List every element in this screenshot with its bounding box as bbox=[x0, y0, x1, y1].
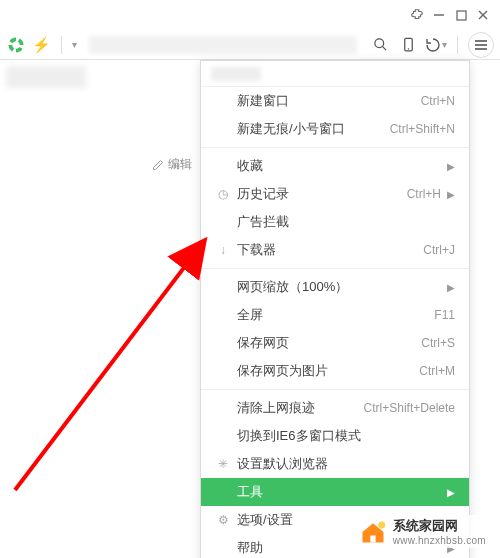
menu-item-shortcut: Ctrl+S bbox=[421, 336, 455, 350]
search-button[interactable] bbox=[369, 34, 391, 56]
menu-item-label: 切换到IE6多窗口模式 bbox=[237, 427, 455, 445]
mobile-view-button[interactable] bbox=[397, 34, 419, 56]
edit-link[interactable]: 编辑 bbox=[152, 156, 192, 173]
menu-item-label: 下载器 bbox=[237, 241, 423, 259]
menu-item-icon: ↓ bbox=[215, 243, 231, 257]
menu-item-icon: ◷ bbox=[215, 187, 231, 201]
menu-item-shortcut: Ctrl+Shift+Delete bbox=[364, 401, 455, 415]
watermark-name: 系统家园网 bbox=[393, 517, 486, 535]
menu-item-label: 清除上网痕迹 bbox=[237, 399, 364, 417]
extensions-button[interactable] bbox=[406, 4, 428, 26]
menu-item[interactable]: •广告拦截 bbox=[201, 208, 469, 236]
svg-point-4 bbox=[374, 39, 383, 48]
edit-label: 编辑 bbox=[168, 156, 192, 173]
toolbar-divider-2 bbox=[457, 36, 458, 54]
menu-item-label: 保存网页为图片 bbox=[237, 362, 419, 380]
menu-separator bbox=[201, 389, 469, 390]
menu-item[interactable]: •切换到IE6多窗口模式 bbox=[201, 422, 469, 450]
svg-point-13 bbox=[378, 521, 385, 528]
undo-button[interactable]: ▾ bbox=[425, 34, 447, 56]
browser-logo-icon bbox=[6, 35, 26, 55]
menu-item-shortcut: Ctrl+N bbox=[421, 94, 455, 108]
menu-item-shortcut: F11 bbox=[434, 308, 455, 322]
menu-item[interactable]: •收藏▶ bbox=[201, 152, 469, 180]
menu-separator bbox=[201, 147, 469, 148]
history-dropdown[interactable]: ▾ bbox=[72, 39, 77, 50]
main-menu-button[interactable] bbox=[468, 32, 494, 58]
close-button[interactable] bbox=[472, 4, 494, 26]
menu-item-shortcut: Ctrl+H bbox=[407, 187, 441, 201]
maximize-button[interactable] bbox=[450, 4, 472, 26]
watermark-icon bbox=[359, 518, 387, 546]
address-bar[interactable] bbox=[89, 36, 357, 54]
menu-item[interactable]: •清除上网痕迹Ctrl+Shift+Delete bbox=[201, 394, 469, 422]
submenu-arrow-icon: ▶ bbox=[447, 282, 455, 293]
page-content: 编辑 •新建窗口Ctrl+N•新建无痕/小号窗口Ctrl+Shift+N•收藏▶… bbox=[0, 60, 500, 558]
menu-item-label: 工具 bbox=[237, 483, 441, 501]
svg-line-11 bbox=[15, 240, 205, 490]
menu-item-label: 收藏 bbox=[237, 157, 441, 175]
menu-item-label: 新建无痕/小号窗口 bbox=[237, 120, 390, 138]
annotation-arrow bbox=[10, 230, 215, 495]
menu-item[interactable]: •工具▶ bbox=[201, 478, 469, 506]
menu-separator bbox=[201, 268, 469, 269]
menu-item-label: 全屏 bbox=[237, 306, 434, 324]
menu-item-icon: ✳ bbox=[215, 457, 231, 471]
svg-line-5 bbox=[382, 46, 386, 50]
menu-item[interactable]: •网页缩放（100%）▶ bbox=[201, 273, 469, 301]
menu-item-label: 网页缩放（100%） bbox=[237, 278, 441, 296]
menu-item-shortcut: Ctrl+J bbox=[423, 243, 455, 257]
bolt-icon: ⚡ bbox=[32, 36, 51, 54]
menu-item-label: 历史记录 bbox=[237, 185, 407, 203]
window-titlebar bbox=[0, 0, 500, 30]
toolbar-divider bbox=[61, 36, 62, 54]
menu-item-label: 广告拦截 bbox=[237, 213, 455, 231]
menu-header-blur bbox=[211, 67, 261, 81]
menu-item[interactable]: •全屏F11 bbox=[201, 301, 469, 329]
menu-item[interactable]: ✳设置默认浏览器 bbox=[201, 450, 469, 478]
main-menu: •新建窗口Ctrl+N•新建无痕/小号窗口Ctrl+Shift+N•收藏▶◷历史… bbox=[200, 60, 470, 558]
menu-item[interactable]: •新建无痕/小号窗口Ctrl+Shift+N bbox=[201, 115, 469, 143]
menu-item-icon: ⚙ bbox=[215, 513, 231, 527]
menu-header bbox=[201, 61, 469, 87]
browser-toolbar: ⚡ ▾ ▾ bbox=[0, 30, 500, 60]
watermark: 系统家园网 www.hnzxhbsb.com bbox=[355, 515, 490, 548]
submenu-arrow-icon: ▶ bbox=[447, 189, 455, 200]
menu-item-shortcut: Ctrl+Shift+N bbox=[390, 122, 455, 136]
menu-item[interactable]: •保存网页Ctrl+S bbox=[201, 329, 469, 357]
menu-item[interactable]: ↓下载器Ctrl+J bbox=[201, 236, 469, 264]
menu-item-label: 设置默认浏览器 bbox=[237, 455, 455, 473]
watermark-url: www.hnzxhbsb.com bbox=[393, 535, 486, 546]
svg-rect-12 bbox=[370, 535, 375, 542]
minimize-button[interactable] bbox=[428, 4, 450, 26]
menu-item-label: 新建窗口 bbox=[237, 92, 421, 110]
menu-item-shortcut: Ctrl+M bbox=[419, 364, 455, 378]
menu-item[interactable]: ◷历史记录Ctrl+H▶ bbox=[201, 180, 469, 208]
menu-item-label: 保存网页 bbox=[237, 334, 421, 352]
menu-item[interactable]: •新建窗口Ctrl+N bbox=[201, 87, 469, 115]
submenu-arrow-icon: ▶ bbox=[447, 487, 455, 498]
tab-title-blur bbox=[6, 66, 86, 88]
menu-item[interactable]: •保存网页为图片Ctrl+M bbox=[201, 357, 469, 385]
submenu-arrow-icon: ▶ bbox=[447, 161, 455, 172]
svg-rect-1 bbox=[457, 11, 466, 20]
